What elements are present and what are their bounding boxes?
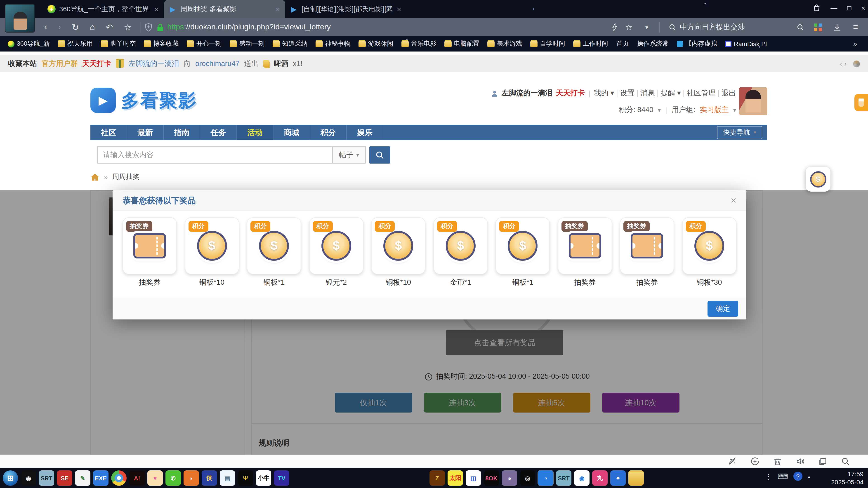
eagle-app[interactable]: Ψ: [238, 470, 253, 486]
prize-card[interactable]: 抽奖券: [620, 217, 674, 274]
browser-search-box[interactable]: 中方向日方提出交涉: [665, 22, 808, 32]
tab-close-icon[interactable]: ×: [275, 5, 281, 13]
maximize-button[interactable]: □: [847, 4, 851, 11]
shield-icon[interactable]: [145, 23, 152, 31]
bookmark-item[interactable]: 360导航_新: [4, 38, 53, 49]
exe-tool-app[interactable]: EXE: [93, 470, 108, 486]
search-input[interactable]: 请输入搜索内容: [97, 147, 332, 164]
chrome-browser[interactable]: [111, 470, 127, 486]
menu-icon[interactable]: ≡: [848, 22, 864, 32]
bookmark-item[interactable]: 首页: [613, 38, 632, 49]
apps-grid-icon[interactable]: [814, 23, 822, 31]
tv-app[interactable]: TV: [274, 470, 289, 486]
prize-card[interactable]: 抽奖券: [123, 217, 177, 274]
site-logo[interactable]: ▶ 多看聚影: [90, 88, 197, 113]
lightning-icon[interactable]: [612, 23, 618, 31]
notice-daily-checkin[interactable]: 天天打卡: [82, 59, 111, 68]
bow-app[interactable]: ♥: [147, 470, 163, 486]
user-menu-5[interactable]: 社区管理: [687, 89, 716, 97]
bookmark-star-icon[interactable]: ☆: [119, 22, 137, 32]
reload-icon[interactable]: ↻: [66, 22, 84, 32]
home-icon[interactable]: [90, 173, 99, 181]
windows-layout-icon[interactable]: [818, 457, 827, 466]
browser-tab-1[interactable]: +360导航_一个主页，整个世界×: [43, 0, 164, 18]
globe-icon[interactable]: [853, 60, 860, 67]
trash-icon[interactable]: [773, 457, 782, 466]
tab-close-icon[interactable]: ×: [154, 5, 160, 13]
notice-fav-site[interactable]: 收藏本站: [8, 59, 37, 68]
user-checkin-link[interactable]: 天天打卡: [556, 89, 585, 98]
bookmark-item[interactable]: 【内存虚拟: [674, 38, 720, 49]
nav-item-8[interactable]: 娱乐: [347, 125, 383, 140]
wan-app[interactable]: 丸: [592, 470, 608, 486]
blue-bird-app[interactable]: ✦: [610, 470, 626, 486]
srt-player-app[interactable]: SRT: [39, 470, 54, 486]
help-icon[interactable]: ?: [794, 472, 802, 481]
keyboard-icon[interactable]: ⌨: [778, 472, 788, 481]
notice-from-user[interactable]: 左脚流的一滴泪: [128, 59, 179, 68]
nav-item-2[interactable]: 最新: [127, 125, 164, 140]
bookmark-item[interactable]: 美术游戏: [484, 38, 525, 49]
search-go-icon[interactable]: [797, 23, 804, 31]
browser-profile-avatar[interactable]: [5, 4, 34, 32]
bookmark-item[interactable]: 自学时间: [527, 38, 568, 49]
forward-icon[interactable]: ›: [53, 22, 66, 32]
browser-tab-3[interactable]: ▶[自制][华语][港影][邵氏电影][武侠×: [285, 0, 406, 18]
speed-boost-icon[interactable]: [750, 457, 760, 466]
modal-close-icon[interactable]: ×: [731, 195, 737, 205]
chevron-down-icon[interactable]: ▾: [640, 24, 654, 31]
meeting-app[interactable]: ◉: [574, 470, 590, 486]
user-menu-6[interactable]: 退出: [721, 89, 736, 97]
orange-origami-app[interactable]: ◗: [184, 470, 199, 486]
feather-editor-app[interactable]: ✎: [75, 470, 90, 486]
se-app[interactable]: SE: [57, 470, 72, 486]
bookmark-item[interactable]: 操作系统常: [634, 38, 672, 49]
nav-item-1[interactable]: 社区: [90, 125, 127, 140]
atom-app[interactable]: ◎: [520, 470, 535, 486]
user-points[interactable]: 积分: 8440: [619, 105, 653, 115]
wechat-app[interactable]: ✆: [165, 470, 181, 486]
prize-card[interactable]: 积分: [433, 217, 488, 274]
notepad-app[interactable]: ▤: [220, 470, 235, 486]
nav-item-3[interactable]: 指南: [164, 125, 200, 140]
prize-card[interactable]: 积分: [247, 217, 301, 274]
tab-close-icon[interactable]: ×: [396, 5, 402, 13]
prize-card[interactable]: 抽奖券: [558, 217, 612, 274]
nav-item-6[interactable]: 商城: [274, 125, 310, 140]
search-type-dropdown[interactable]: 帖子 ▾: [332, 147, 366, 164]
speaker-icon[interactable]: [796, 457, 805, 466]
bookmark-item[interactable]: 音乐电影: [398, 38, 439, 49]
tray-handle-icon[interactable]: ⋮: [765, 472, 772, 481]
side-panel-tab[interactable]: [855, 94, 868, 111]
xiaoniu-app[interactable]: 小牛: [256, 470, 271, 486]
flag-app[interactable]: ◫: [466, 470, 481, 486]
minimize-button[interactable]: —: [831, 4, 837, 11]
bookmark-item[interactable]: 工作时间: [570, 38, 611, 49]
ok8-app[interactable]: 8OK: [484, 470, 499, 486]
srt-player-app-2[interactable]: SRT: [556, 470, 571, 486]
favorite-star-icon[interactable]: ☆: [620, 22, 638, 32]
lock-icon[interactable]: [157, 23, 164, 31]
page-search-icon[interactable]: [841, 457, 850, 466]
prize-card[interactable]: 积分: [371, 217, 426, 274]
user-menu-2[interactable]: 设置: [620, 89, 634, 97]
bookmark-item[interactable]: 神秘事物: [312, 38, 353, 49]
prize-card[interactable]: 积分: [185, 217, 239, 274]
username[interactable]: 左脚流的一滴泪: [502, 89, 552, 98]
prize-card[interactable]: 积分: [496, 217, 550, 274]
search-button[interactable]: [369, 147, 390, 164]
bookmark-item[interactable]: 祝天乐用: [55, 38, 96, 49]
user-avatar[interactable]: [739, 87, 767, 115]
bookmark-item[interactable]: 知道采纳: [270, 38, 311, 49]
quick-nav-button[interactable]: 快捷导航▾: [717, 126, 762, 139]
user-group-value[interactable]: 实习版主: [700, 105, 729, 115]
undo-icon[interactable]: ↶: [100, 22, 119, 32]
tray-expand-icon[interactable]: ▴: [808, 474, 810, 479]
prize-card[interactable]: 积分: [682, 217, 737, 274]
address-bar[interactable]: https://duokan.club/plugin.php?id=viewui…: [167, 23, 331, 32]
notice-to-user[interactable]: orochimaru47: [195, 60, 240, 68]
bookmark-item[interactable]: 电脑配置: [441, 38, 483, 49]
user-menu-3[interactable]: 消息: [640, 89, 655, 97]
black-app[interactable]: ◉: [21, 470, 36, 486]
breadcrumb-page[interactable]: 周周抽奖: [112, 173, 140, 181]
